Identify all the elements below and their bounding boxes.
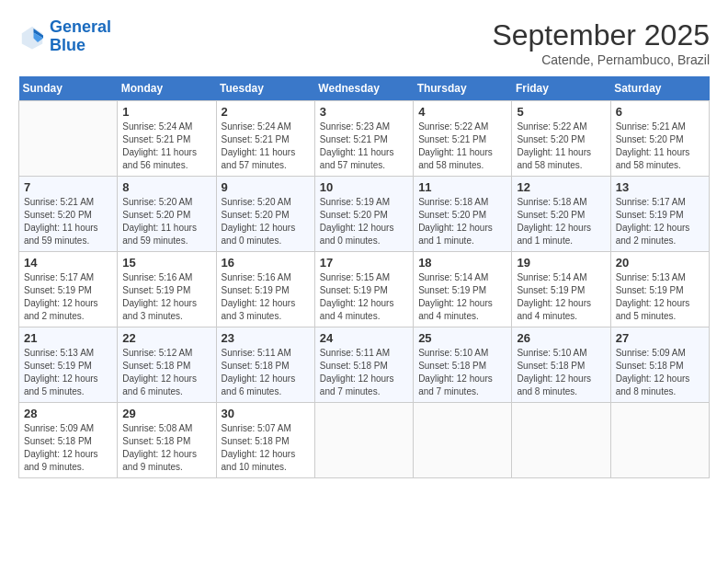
- day-info: Sunrise: 5:09 AM Sunset: 5:18 PM Dayligh…: [616, 347, 704, 398]
- day-info: Sunrise: 5:22 AM Sunset: 5:21 PM Dayligh…: [418, 121, 506, 172]
- day-number: 29: [122, 407, 210, 420]
- calendar-cell: 21Sunrise: 5:13 AM Sunset: 5:19 PM Dayli…: [19, 327, 118, 403]
- day-number: 25: [418, 331, 506, 345]
- calendar-cell: 18Sunrise: 5:14 AM Sunset: 5:19 PM Dayli…: [414, 252, 512, 327]
- title-block: September 2025 Catende, Pernambuco, Braz…: [492, 18, 710, 67]
- day-info: Sunrise: 5:11 AM Sunset: 5:18 PM Dayligh…: [222, 347, 310, 398]
- week-row-1: 1Sunrise: 5:24 AM Sunset: 5:21 PM Daylig…: [19, 101, 710, 177]
- week-row-5: 28Sunrise: 5:09 AM Sunset: 5:18 PM Dayli…: [19, 403, 710, 478]
- calendar-cell: [19, 101, 118, 177]
- day-number: 1: [122, 105, 210, 119]
- header-sunday: Sunday: [19, 76, 118, 101]
- day-info: Sunrise: 5:12 AM Sunset: 5:18 PM Dayligh…: [122, 347, 210, 398]
- day-number: 27: [616, 331, 704, 345]
- calendar-cell: 24Sunrise: 5:11 AM Sunset: 5:18 PM Dayli…: [314, 327, 413, 403]
- day-number: 21: [24, 331, 112, 345]
- calendar-cell: 8Sunrise: 5:20 AM Sunset: 5:20 PM Daylig…: [118, 177, 216, 252]
- header-monday: Monday: [118, 76, 216, 101]
- day-number: 20: [616, 256, 704, 270]
- day-number: 18: [418, 256, 506, 270]
- header-friday: Friday: [512, 76, 610, 101]
- day-number: 3: [320, 105, 408, 119]
- header-wednesday: Wednesday: [314, 76, 413, 101]
- day-info: Sunrise: 5:16 AM Sunset: 5:19 PM Dayligh…: [222, 271, 310, 323]
- calendar-cell: 5Sunrise: 5:22 AM Sunset: 5:20 PM Daylig…: [512, 101, 610, 177]
- day-number: 11: [418, 180, 506, 194]
- calendar-cell: 26Sunrise: 5:10 AM Sunset: 5:18 PM Dayli…: [512, 327, 610, 403]
- calendar-cell: 15Sunrise: 5:16 AM Sunset: 5:19 PM Dayli…: [118, 252, 216, 327]
- calendar-cell: 9Sunrise: 5:20 AM Sunset: 5:20 PM Daylig…: [216, 177, 314, 252]
- calendar-cell: 7Sunrise: 5:21 AM Sunset: 5:20 PM Daylig…: [19, 177, 118, 252]
- calendar-cell: 13Sunrise: 5:17 AM Sunset: 5:19 PM Dayli…: [610, 177, 709, 252]
- header-row: SundayMondayTuesdayWednesdayThursdayFrid…: [19, 76, 710, 101]
- day-number: 10: [320, 180, 408, 194]
- day-info: Sunrise: 5:09 AM Sunset: 5:18 PM Dayligh…: [24, 422, 112, 474]
- calendar-cell: 23Sunrise: 5:11 AM Sunset: 5:18 PM Dayli…: [216, 327, 314, 403]
- logo-text: General Blue: [50, 18, 111, 55]
- day-number: 15: [122, 256, 210, 270]
- calendar-cell: 19Sunrise: 5:14 AM Sunset: 5:19 PM Dayli…: [512, 252, 610, 327]
- header-thursday: Thursday: [414, 76, 512, 101]
- day-info: Sunrise: 5:13 AM Sunset: 5:19 PM Dayligh…: [24, 347, 112, 398]
- day-info: Sunrise: 5:10 AM Sunset: 5:18 PM Dayligh…: [418, 347, 506, 398]
- day-info: Sunrise: 5:21 AM Sunset: 5:20 PM Dayligh…: [24, 196, 112, 247]
- calendar-cell: [414, 403, 512, 478]
- day-number: 17: [320, 256, 408, 270]
- header-saturday: Saturday: [610, 76, 709, 101]
- calendar-cell: [610, 403, 709, 478]
- day-info: Sunrise: 5:16 AM Sunset: 5:19 PM Dayligh…: [122, 271, 210, 323]
- calendar-cell: 14Sunrise: 5:17 AM Sunset: 5:19 PM Dayli…: [19, 252, 118, 327]
- day-info: Sunrise: 5:19 AM Sunset: 5:20 PM Dayligh…: [320, 196, 408, 247]
- day-info: Sunrise: 5:15 AM Sunset: 5:19 PM Dayligh…: [320, 271, 408, 323]
- day-info: Sunrise: 5:10 AM Sunset: 5:18 PM Dayligh…: [517, 347, 605, 398]
- day-number: 12: [517, 180, 605, 194]
- day-info: Sunrise: 5:22 AM Sunset: 5:20 PM Dayligh…: [517, 121, 605, 172]
- calendar-cell: 12Sunrise: 5:18 AM Sunset: 5:20 PM Dayli…: [512, 177, 610, 252]
- calendar-cell: [512, 403, 610, 478]
- month-title: September 2025: [492, 18, 710, 52]
- day-info: Sunrise: 5:20 AM Sunset: 5:20 PM Dayligh…: [222, 196, 310, 247]
- day-number: 19: [517, 256, 605, 270]
- logo-line1: General: [50, 17, 111, 36]
- week-row-2: 7Sunrise: 5:21 AM Sunset: 5:20 PM Daylig…: [19, 177, 710, 252]
- calendar-cell: 4Sunrise: 5:22 AM Sunset: 5:21 PM Daylig…: [414, 101, 512, 177]
- day-info: Sunrise: 5:23 AM Sunset: 5:21 PM Dayligh…: [320, 121, 408, 172]
- calendar-cell: 28Sunrise: 5:09 AM Sunset: 5:18 PM Dayli…: [19, 403, 118, 478]
- logo: General Blue: [18, 18, 111, 55]
- calendar-cell: 27Sunrise: 5:09 AM Sunset: 5:18 PM Dayli…: [610, 327, 709, 403]
- day-number: 4: [418, 105, 506, 119]
- calendar-cell: 17Sunrise: 5:15 AM Sunset: 5:19 PM Dayli…: [314, 252, 413, 327]
- logo-icon: [18, 23, 46, 51]
- day-number: 24: [320, 331, 408, 345]
- logo-line2: Blue: [50, 36, 85, 54]
- day-info: Sunrise: 5:08 AM Sunset: 5:18 PM Dayligh…: [122, 422, 210, 474]
- day-info: Sunrise: 5:18 AM Sunset: 5:20 PM Dayligh…: [418, 196, 506, 247]
- day-info: Sunrise: 5:24 AM Sunset: 5:21 PM Dayligh…: [222, 121, 310, 172]
- day-info: Sunrise: 5:13 AM Sunset: 5:19 PM Dayligh…: [616, 271, 704, 323]
- calendar-cell: 6Sunrise: 5:21 AM Sunset: 5:20 PM Daylig…: [610, 101, 709, 177]
- day-number: 7: [24, 180, 112, 194]
- header-tuesday: Tuesday: [216, 76, 314, 101]
- day-number: 22: [122, 331, 210, 345]
- day-number: 30: [222, 407, 310, 420]
- day-number: 16: [222, 256, 310, 270]
- calendar-cell: 16Sunrise: 5:16 AM Sunset: 5:19 PM Dayli…: [216, 252, 314, 327]
- day-number: 6: [616, 105, 704, 119]
- day-info: Sunrise: 5:18 AM Sunset: 5:20 PM Dayligh…: [517, 196, 605, 247]
- calendar-cell: 10Sunrise: 5:19 AM Sunset: 5:20 PM Dayli…: [314, 177, 413, 252]
- day-info: Sunrise: 5:20 AM Sunset: 5:20 PM Dayligh…: [122, 196, 210, 247]
- day-number: 23: [222, 331, 310, 345]
- day-info: Sunrise: 5:11 AM Sunset: 5:18 PM Dayligh…: [320, 347, 408, 398]
- page-header: General Blue September 2025 Catende, Per…: [18, 18, 710, 67]
- calendar-cell: 3Sunrise: 5:23 AM Sunset: 5:21 PM Daylig…: [314, 101, 413, 177]
- day-info: Sunrise: 5:17 AM Sunset: 5:19 PM Dayligh…: [616, 196, 704, 247]
- day-info: Sunrise: 5:14 AM Sunset: 5:19 PM Dayligh…: [517, 271, 605, 323]
- calendar-cell: [314, 403, 413, 478]
- calendar-cell: 30Sunrise: 5:07 AM Sunset: 5:18 PM Dayli…: [216, 403, 314, 478]
- day-info: Sunrise: 5:21 AM Sunset: 5:20 PM Dayligh…: [616, 121, 704, 172]
- day-number: 13: [616, 180, 704, 194]
- calendar-cell: 20Sunrise: 5:13 AM Sunset: 5:19 PM Dayli…: [610, 252, 709, 327]
- calendar-table: SundayMondayTuesdayWednesdayThursdayFrid…: [18, 76, 710, 478]
- day-info: Sunrise: 5:17 AM Sunset: 5:19 PM Dayligh…: [24, 271, 112, 323]
- week-row-3: 14Sunrise: 5:17 AM Sunset: 5:19 PM Dayli…: [19, 252, 710, 327]
